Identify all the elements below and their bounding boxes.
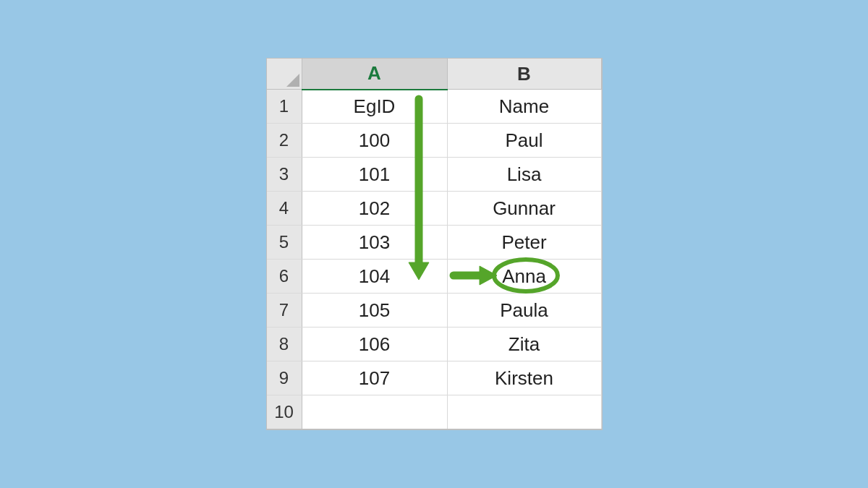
svg-marker-0 [286, 74, 299, 87]
cell-A5[interactable]: 103 [302, 226, 447, 260]
cell-B10[interactable] [447, 395, 601, 429]
row-header-1[interactable]: 1 [267, 90, 302, 124]
row-header-10[interactable]: 10 [267, 395, 302, 429]
cell-A1[interactable]: EgID [302, 90, 447, 124]
cell-A10[interactable] [302, 395, 447, 429]
row-header-6[interactable]: 6 [267, 260, 302, 294]
cell-A9[interactable]: 107 [302, 361, 447, 395]
cell-A7[interactable]: 105 [302, 294, 447, 328]
row-header-3[interactable]: 3 [267, 158, 302, 192]
col-header-B[interactable]: B [447, 59, 601, 90]
spreadsheet: A B 1EgIDName 2100Paul 3101Lisa 4102Gunn… [266, 58, 603, 431]
cell-B9[interactable]: Kirsten [447, 361, 601, 395]
select-all-corner[interactable] [267, 59, 302, 90]
cell-A4[interactable]: 102 [302, 192, 447, 226]
cell-A8[interactable]: 106 [302, 328, 447, 361]
cell-B6[interactable]: Anna [447, 260, 601, 294]
row-header-9[interactable]: 9 [267, 361, 302, 395]
row-header-2[interactable]: 2 [267, 124, 302, 158]
row-header-5[interactable]: 5 [267, 226, 302, 260]
col-header-A[interactable]: A [302, 59, 447, 90]
select-all-triangle-icon [286, 74, 299, 87]
cell-A2[interactable]: 100 [302, 124, 447, 158]
grid-table: A B 1EgIDName 2100Paul 3101Lisa 4102Gunn… [267, 59, 602, 430]
cell-B1[interactable]: Name [447, 90, 601, 124]
cell-B3[interactable]: Lisa [447, 158, 601, 192]
row-header-7[interactable]: 7 [267, 294, 302, 328]
row-header-4[interactable]: 4 [267, 192, 302, 226]
row-header-8[interactable]: 8 [267, 328, 302, 361]
cell-A6[interactable]: 104 [302, 260, 447, 294]
cell-B5[interactable]: Peter [447, 226, 601, 260]
cell-B7[interactable]: Paula [447, 294, 601, 328]
cell-B8[interactable]: Zita [447, 328, 601, 361]
cell-B2[interactable]: Paul [447, 124, 601, 158]
cell-A3[interactable]: 101 [302, 158, 447, 192]
cell-B4[interactable]: Gunnar [447, 192, 601, 226]
